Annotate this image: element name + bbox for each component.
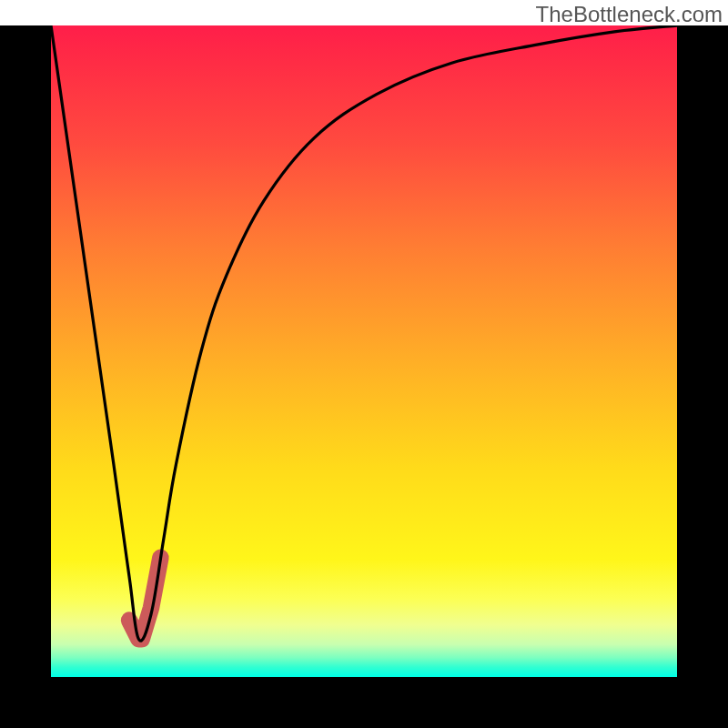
curves-layer [51, 25, 677, 652]
highlight-marker [129, 558, 160, 639]
plot-area [51, 25, 677, 677]
watermark-label: TheBottleneck.com [536, 2, 723, 27]
bottleneck-curve [51, 25, 677, 641]
chart-frame [0, 25, 728, 728]
chart-container: TheBottleneck.com [0, 0, 728, 728]
